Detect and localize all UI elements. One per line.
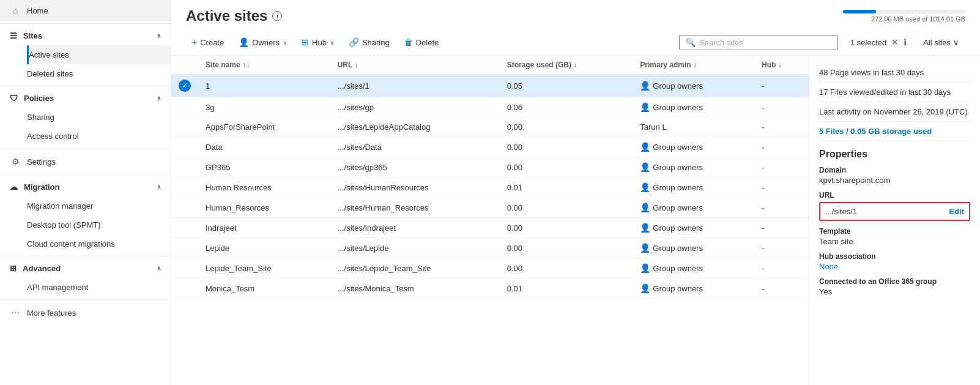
divider-6 xyxy=(0,299,171,300)
sidebar-item-cloud-migrations[interactable]: Cloud content migrations xyxy=(27,234,171,253)
table-header-row: Site name ↑↓ URL ↓ Storage used (GB) ↓ P… xyxy=(171,56,809,75)
chevron-down-icon-2: ∧ xyxy=(157,95,161,102)
sharing-button[interactable]: 🔗 Sharing xyxy=(343,34,396,50)
hub-button[interactable]: ⊞ Hub ∨ xyxy=(295,34,340,50)
sharing-label: Sharing xyxy=(362,38,390,47)
row-hub: - xyxy=(754,97,809,118)
row-admin: 👤Group owners xyxy=(633,178,754,198)
col-header-url[interactable]: URL ↓ xyxy=(330,56,500,75)
row-checkbox-cell[interactable] xyxy=(171,218,198,238)
row-checkbox-cell[interactable] xyxy=(171,118,198,137)
row-checkbox-cell[interactable]: ✓ xyxy=(171,75,198,97)
row-checkbox-cell[interactable] xyxy=(171,178,198,198)
sidebar-item-sharing[interactable]: Sharing xyxy=(27,108,171,127)
table-area: Site name ↑↓ URL ↓ Storage used (GB) ↓ P… xyxy=(171,56,809,385)
search-input[interactable] xyxy=(699,38,822,47)
row-storage: 0.00 xyxy=(500,157,633,178)
table-row[interactable]: 3g.../sites/gp0.06👤Group owners- xyxy=(171,97,809,118)
table-row[interactable]: Lepide_Team_Site.../sites/Lepide_Team_Si… xyxy=(171,258,809,278)
sidebar-item-home[interactable]: ⌂ Home xyxy=(0,0,171,21)
more-features-label: More features xyxy=(27,308,76,318)
search-box[interactable]: 🔍 xyxy=(679,35,838,50)
clear-selection-button[interactable]: ✕ xyxy=(891,37,899,47)
sidebar-item-active-sites[interactable]: Active sites xyxy=(27,45,171,64)
sidebar-item-api-management[interactable]: API management xyxy=(27,278,171,297)
stat-files-storage: 5 Files / 0.05 GB storage used xyxy=(819,122,970,141)
sidebar-item-migration-manager[interactable]: Migration manager xyxy=(27,196,171,215)
row-checkbox-cell[interactable] xyxy=(171,198,198,218)
sidebar-item-desktop-tool[interactable]: Desktop tool (SPMT) xyxy=(27,215,171,234)
row-url: .../sites/LepideAppCatalog xyxy=(330,118,500,137)
info-icon[interactable]: i xyxy=(272,11,282,21)
delete-button[interactable]: 🗑 Delete xyxy=(398,34,445,50)
row-hub: - xyxy=(754,137,809,157)
table-row[interactable]: AppsForSharePoint.../sites/LepideAppCata… xyxy=(171,118,809,137)
row-site-name: 1 xyxy=(198,75,330,97)
row-storage: 0.00 xyxy=(500,137,633,157)
row-checkbox-cell[interactable] xyxy=(171,258,198,278)
url-value: .../sites/1 xyxy=(825,207,857,216)
separator xyxy=(911,35,912,50)
table-row[interactable]: Lepide.../sites/Lepide0.00👤Group owners- xyxy=(171,238,809,258)
sidebar-section-sites[interactable]: ☰ Sites ∧ xyxy=(0,26,171,45)
row-checkbox-cell[interactable] xyxy=(171,137,198,157)
sites-table: Site name ↑↓ URL ↓ Storage used (GB) ↓ P… xyxy=(171,56,809,299)
person-icon: 👤 xyxy=(640,263,650,273)
row-storage: 0.01 xyxy=(500,278,633,299)
divider xyxy=(0,23,171,24)
row-url: .../sites/Indrajeet xyxy=(330,218,500,238)
chevron-icon-owners: ∨ xyxy=(283,39,287,46)
row-checkbox-cell[interactable] xyxy=(171,97,198,118)
create-icon: + xyxy=(192,37,197,47)
create-button[interactable]: + Create xyxy=(186,34,230,50)
row-url: .../sites/Data xyxy=(330,137,500,157)
table-row[interactable]: GP365.../sites/gp3650.00👤Group owners- xyxy=(171,157,809,178)
all-sites-button[interactable]: All sites ∨ xyxy=(917,35,965,50)
table-row[interactable]: ✓1.../sites/10.05👤Group owners- xyxy=(171,75,809,97)
sidebar-item-deleted-sites[interactable]: Deleted sites xyxy=(27,64,171,83)
col-header-admin[interactable]: Primary admin ↓ xyxy=(633,56,754,75)
row-hub: - xyxy=(754,178,809,198)
url-edit-button[interactable]: Edit xyxy=(949,207,964,216)
col-header-name[interactable]: Site name ↑↓ xyxy=(198,56,330,75)
col-header-hub[interactable]: Hub ↓ xyxy=(754,56,809,75)
table-row[interactable]: Human_Resorces.../sites/Human_Resorces0.… xyxy=(171,198,809,218)
table-scroll[interactable]: Site name ↑↓ URL ↓ Storage used (GB) ↓ P… xyxy=(171,56,809,385)
sidebar-section-policies[interactable]: 🛡 Policies ∧ xyxy=(0,89,171,108)
sites-icon: ☰ xyxy=(10,31,17,40)
sidebar-item-settings[interactable]: ⚙ Settings xyxy=(0,151,171,172)
row-checkbox-cell[interactable] xyxy=(171,238,198,258)
person-icon: 👤 xyxy=(640,283,650,293)
row-storage: 0.01 xyxy=(500,178,633,198)
table-header: Site name ↑↓ URL ↓ Storage used (GB) ↓ P… xyxy=(171,56,809,75)
table-body: ✓1.../sites/10.05👤Group owners-3g.../sit… xyxy=(171,75,809,299)
col-header-storage[interactable]: Storage used (GB) ↓ xyxy=(500,56,633,75)
row-url: .../sites/gp xyxy=(330,97,500,118)
sites-sub-menu: Active sites Deleted sites xyxy=(0,45,171,83)
person-icon: 👤 xyxy=(640,243,650,253)
row-site-name: Lepide_Team_Site xyxy=(198,258,330,278)
sidebar-item-more-features[interactable]: ⋯ More features xyxy=(0,302,171,323)
row-site-name: Indrajeet xyxy=(198,218,330,238)
hub-value: None xyxy=(819,262,970,271)
row-url: .../sites/Lepide_Team_Site xyxy=(330,258,500,278)
divider-5 xyxy=(0,256,171,256)
owners-label: Owners xyxy=(252,38,280,47)
table-row[interactable]: Human Resources.../sites/HumanResources0… xyxy=(171,178,809,198)
row-hub: - xyxy=(754,118,809,137)
row-storage: 0.00 xyxy=(500,198,633,218)
sidebar-item-access-control[interactable]: Access control xyxy=(27,127,171,146)
table-row[interactable]: Indrajeet.../sites/Indrajeet0.00👤Group o… xyxy=(171,218,809,238)
sidebar-section-advanced[interactable]: ⊞ Advanced ∧ xyxy=(0,259,171,278)
owners-button[interactable]: 👤 Owners ∨ xyxy=(232,34,293,50)
selection-info-icon[interactable]: ℹ xyxy=(904,37,907,47)
table-row[interactable]: Monica_Tesm.../sites/Monica_Tesm0.01👤Gro… xyxy=(171,278,809,299)
table-row[interactable]: Data.../sites/Data0.00👤Group owners- xyxy=(171,137,809,157)
sidebar-section-migration[interactable]: ☁ Migration ∧ xyxy=(0,178,171,196)
row-admin: 👤Group owners xyxy=(633,75,754,97)
divider-4 xyxy=(0,174,171,175)
row-checkbox-cell[interactable] xyxy=(171,278,198,299)
row-checkbox-cell[interactable] xyxy=(171,157,198,178)
row-admin: Tarun L xyxy=(633,118,754,137)
active-sites-label: Active sites xyxy=(29,50,69,59)
